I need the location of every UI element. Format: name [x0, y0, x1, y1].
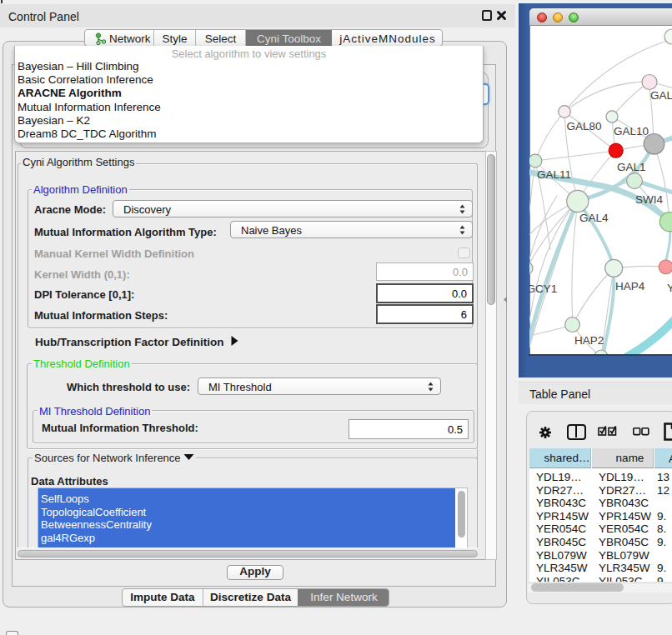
svg-text:HAP4: HAP4 [615, 280, 645, 292]
svg-text:SWI4: SWI4 [635, 193, 663, 206]
svg-text:HAP2: HAP2 [574, 334, 604, 347]
svg-text:GCY1: GCY1 [529, 282, 557, 295]
svg-text:GAL10: GAL10 [614, 125, 649, 138]
svg-text:GAL4: GAL4 [579, 212, 609, 224]
svg-text:GAL…: GAL… [650, 89, 672, 102]
svg-text:GAL80: GAL80 [567, 120, 602, 132]
svg-text:GAL11: GAL11 [537, 168, 571, 181]
svg-text:GAL1: GAL1 [617, 161, 646, 173]
svg-text:Y: Y [667, 282, 672, 294]
